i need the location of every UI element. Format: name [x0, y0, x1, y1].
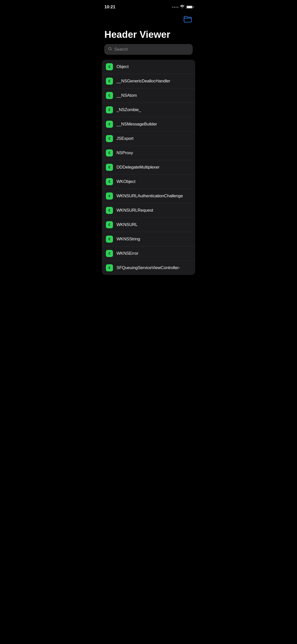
- item-label: __NSAtom: [116, 93, 137, 98]
- list-item[interactable]: CWKObject: [102, 175, 195, 189]
- items-list: CObjectC__NSGenericDeallocHandlerC__NSAt…: [102, 60, 195, 275]
- item-label: WKNSError: [116, 251, 138, 256]
- list-item[interactable]: CJSExport: [102, 132, 195, 146]
- search-bar[interactable]: [104, 44, 193, 55]
- type-badge: C: [106, 192, 113, 200]
- wifi-icon: [180, 5, 185, 9]
- type-badge: C: [106, 63, 113, 70]
- battery-icon: [186, 6, 193, 9]
- list-item[interactable]: C__NSAtom: [102, 88, 195, 103]
- item-label: JSExport: [116, 136, 133, 141]
- signal-icon: [172, 7, 179, 8]
- list-item[interactable]: CWKNSError: [102, 246, 195, 261]
- type-badge: C: [106, 250, 113, 257]
- status-time: 10:21: [104, 5, 115, 10]
- type-badge: C: [106, 149, 113, 156]
- page-title: Header Viewer: [99, 27, 198, 44]
- search-icon: [108, 47, 112, 52]
- item-label: WKNSURLRequest: [116, 208, 153, 213]
- item-label: Object: [116, 64, 129, 69]
- type-badge: C: [106, 106, 113, 113]
- item-label: WKNSURLAuthenticationChallenge: [116, 194, 183, 199]
- type-badge: C: [106, 236, 113, 243]
- item-label: WKObject: [116, 179, 135, 184]
- list-item[interactable]: C__NSMessageBuilder: [102, 117, 195, 132]
- list-item[interactable]: C_NSZombie_: [102, 103, 195, 117]
- type-badge: C: [106, 164, 113, 171]
- item-label: __NSGenericDeallocHandler: [116, 79, 170, 84]
- item-label: DDDelegateMultiplexer: [116, 165, 160, 170]
- list-item[interactable]: CWKNSURLAuthenticationChallenge: [102, 189, 195, 203]
- type-badge: C: [106, 121, 113, 128]
- item-label: __NSMessageBuilder: [116, 122, 157, 127]
- folder-button[interactable]: [183, 15, 193, 25]
- type-badge: C: [106, 264, 113, 271]
- type-badge: C: [106, 78, 113, 85]
- list-item[interactable]: CNSProxy: [102, 146, 195, 160]
- type-badge: C: [106, 135, 113, 142]
- status-bar: 10:21: [99, 0, 198, 13]
- item-label: WKNSURL: [116, 222, 138, 227]
- type-badge: C: [106, 92, 113, 99]
- item-label: WKNSString: [116, 237, 140, 242]
- nav-bar: [99, 13, 198, 27]
- item-label: NSProxy: [116, 150, 133, 155]
- status-icons: [172, 5, 193, 9]
- search-input[interactable]: [114, 47, 189, 52]
- search-container: [99, 44, 198, 60]
- type-badge: C: [106, 178, 113, 185]
- item-label: _NSZombie_: [116, 107, 141, 112]
- list-item[interactable]: CDDDelegateMultiplexer: [102, 160, 195, 175]
- list-item[interactable]: CWKNSURL: [102, 218, 195, 232]
- list-item[interactable]: CObject: [102, 60, 195, 74]
- list-item[interactable]: CSFQueuingServiceViewController-: [102, 261, 195, 275]
- list-item[interactable]: CWKNSURLRequest: [102, 203, 195, 218]
- type-badge: C: [106, 207, 113, 214]
- list-item[interactable]: CWKNSString: [102, 232, 195, 246]
- item-label: SFQueuingServiceViewController-: [116, 265, 180, 270]
- list-item[interactable]: C__NSGenericDeallocHandler: [102, 74, 195, 88]
- type-badge: C: [106, 221, 113, 228]
